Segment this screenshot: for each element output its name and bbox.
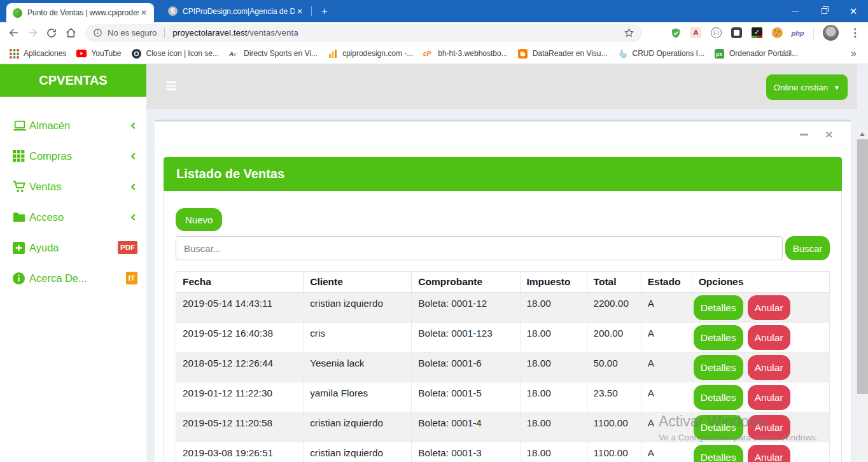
window-restore-button[interactable] xyxy=(809,0,839,22)
security-label[interactable]: No es seguro xyxy=(108,28,157,38)
table-row: 2019-05-12 16:40:38crisBoleta: 0001-1231… xyxy=(176,323,830,353)
url-bar[interactable]: No es seguro proyectolaravel.test/ventas… xyxy=(85,24,642,42)
cell-cliente: cristian izquierdo xyxy=(304,412,412,442)
collapse-icon[interactable] xyxy=(800,134,808,136)
cell-comprobante: Boleta: 0001-6 xyxy=(412,353,520,382)
sidebar-item-almacn[interactable]: Almacén xyxy=(0,110,146,141)
cell-fecha: 2019-01-12 11:22:30 xyxy=(176,382,304,412)
folder-icon xyxy=(13,210,29,224)
forward-button[interactable] xyxy=(23,24,42,43)
column-header-opciones: Opciones xyxy=(692,272,829,293)
sidebar-item-label: Ayuda xyxy=(29,242,59,254)
cell-comprobante: Boleta: 0001-123 xyxy=(412,323,520,353)
bookmark-item[interactable]: cpiprodesign.com -... xyxy=(328,48,413,59)
app-logo[interactable]: CPVENTAS xyxy=(0,64,146,97)
chevron-left-icon xyxy=(129,183,137,191)
watermark-subtitle: Ve a Configuración para activar Windows. xyxy=(659,433,818,442)
blogger-icon xyxy=(518,48,528,59)
bookmark-item[interactable]: cPbh-ht-3.webhostbo... xyxy=(423,48,507,59)
cell-fecha: 2019-03-08 19:26:51 xyxy=(176,442,304,462)
close-icon: ✕ xyxy=(850,6,858,16)
bookmark-item[interactable]: Aplicaciones xyxy=(9,48,66,59)
cell-total: 2200.00 xyxy=(587,293,641,323)
anular-button[interactable]: Anular xyxy=(748,295,790,320)
browser-addressbar: No es seguro proyectolaravel.test/ventas… xyxy=(0,22,868,43)
scrollbar-up-arrow[interactable] xyxy=(860,132,865,136)
reload-button[interactable] xyxy=(42,24,61,43)
minimize-icon xyxy=(792,11,799,12)
sidebar-item-ventas[interactable]: Ventas xyxy=(0,171,146,202)
anular-button[interactable]: Anular xyxy=(748,445,790,462)
php-extension-icon[interactable]: php xyxy=(791,27,804,39)
hand-icon xyxy=(618,48,628,59)
home-button[interactable] xyxy=(61,24,80,43)
page-scrollbar[interactable] xyxy=(857,129,868,462)
remove-icon[interactable]: ✕ xyxy=(825,129,833,141)
detalles-button[interactable]: Detalles xyxy=(694,325,743,350)
search-input[interactable] xyxy=(176,236,783,260)
detalles-button[interactable]: Detalles xyxy=(694,385,743,410)
table-row: 2018-05-12 12:26:44Yesenia lackBoleta: 0… xyxy=(176,353,830,382)
sidebar-item-acceso[interactable]: Acceso xyxy=(0,202,146,232)
adblock-shield-icon[interactable] xyxy=(669,27,682,39)
bookmark-star-icon[interactable] xyxy=(624,27,634,38)
bookmark-item[interactable]: AvDirectv Sports en Vi... xyxy=(229,48,318,59)
windows-activation-watermark: Activar Windows Ve a Configuración para … xyxy=(659,413,818,442)
tab-close-icon[interactable]: ✕ xyxy=(139,8,149,18)
bookmark-label: YouTube xyxy=(91,49,121,58)
info-circle-icon xyxy=(13,271,29,285)
tab-divider xyxy=(311,6,312,16)
sidebar-item-acercade[interactable]: Acerca De...IT xyxy=(0,263,146,293)
url-divider xyxy=(164,28,165,38)
bookmark-item[interactable]: CRUD Operations I... xyxy=(618,48,704,59)
cell-fecha: 2019-05-12 16:40:38 xyxy=(176,323,304,353)
search-button[interactable]: Buscar xyxy=(785,236,830,260)
profile-avatar[interactable] xyxy=(823,25,839,41)
user-menu-button[interactable]: Online cristian ▼ xyxy=(766,74,848,100)
anular-button[interactable]: Anular xyxy=(748,385,790,410)
cell-estado: A xyxy=(641,293,692,323)
bookmark-item[interactable]: pxOrdenador Portátil... xyxy=(715,48,798,59)
anular-button[interactable]: Anular xyxy=(748,325,790,350)
detalles-button[interactable]: Detalles xyxy=(694,355,743,380)
bookmark-label: Aplicaciones xyxy=(24,49,66,58)
sidebar-item-label: Acerca De... xyxy=(29,272,87,284)
scrollbar-thumb[interactable] xyxy=(857,139,868,394)
panel-title: Listado de Ventas xyxy=(164,157,842,191)
url-host: proyectolaravel.test xyxy=(172,28,247,38)
tab-close-icon[interactable]: ✕ xyxy=(295,6,305,17)
pdf-extension-icon[interactable]: A xyxy=(689,27,703,39)
detalles-button[interactable]: Detalles xyxy=(694,445,743,462)
column-header-cliente: Cliente xyxy=(304,272,412,293)
new-tab-button[interactable]: + xyxy=(317,4,332,19)
user-menu-label: Online cristian xyxy=(774,83,829,92)
back-button[interactable] xyxy=(4,24,23,43)
cookie-extension-icon[interactable] xyxy=(771,27,784,39)
detalles-button[interactable]: Detalles xyxy=(694,295,743,320)
bookmark-item[interactable]: DataReader en Visu... xyxy=(518,48,608,59)
window-minimize-button[interactable] xyxy=(780,0,809,22)
sidebar-item-ayuda[interactable]: AyudaPDF xyxy=(0,232,146,263)
browser-tab-active[interactable]: Punto de Ventas | www.cpiprodes ✕ xyxy=(6,3,154,22)
sidebar-item-compras[interactable]: Compras xyxy=(0,141,146,171)
braces-extension-icon[interactable]: {..} xyxy=(710,27,723,39)
window-close-button[interactable]: ✕ xyxy=(839,0,868,22)
cell-impuesto: 18.00 xyxy=(520,323,587,353)
todo-check-extension-icon[interactable]: ✓ xyxy=(750,27,764,39)
browser-tab-inactive[interactable]: CPIProDesign.com|Agencia de Di ✕ xyxy=(160,0,309,22)
bookmark-item[interactable]: Close icon | Icon se... xyxy=(132,48,220,59)
new-button[interactable]: Nuevo xyxy=(176,208,222,231)
chrome-menu-icon[interactable]: ⋮ xyxy=(850,26,860,39)
info-icon[interactable] xyxy=(93,28,102,38)
bookmark-item[interactable]: YouTube xyxy=(76,48,121,59)
bookmark-label: Directv Sports en Vi... xyxy=(244,49,318,58)
card-tools: ✕ xyxy=(155,122,851,148)
screenshot-extension-icon[interactable] xyxy=(730,27,743,39)
content-area: ✕ Listado de Ventas Nuevo Buscar FechaCl… xyxy=(146,109,857,462)
tab-title: CPIProDesign.com|Agencia de Di xyxy=(183,7,295,16)
svg-text:cP: cP xyxy=(423,50,431,57)
cell-cliente: cristian izquierdo xyxy=(304,293,412,323)
sidebar-toggle-icon[interactable] xyxy=(166,81,176,90)
bookmarks-overflow-chevron[interactable]: » xyxy=(851,48,857,59)
anular-button[interactable]: Anular xyxy=(748,355,790,380)
